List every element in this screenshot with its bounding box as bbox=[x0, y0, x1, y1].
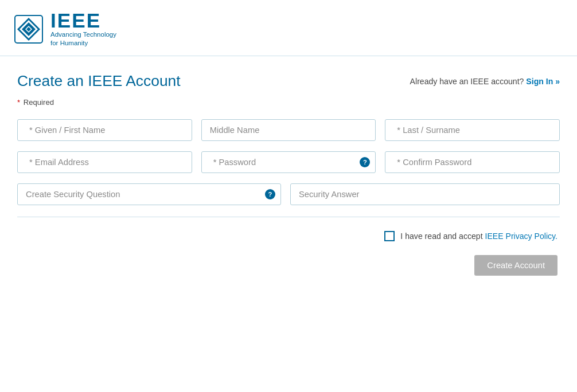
ieee-text: IEEE Advancing Technology for Humanity bbox=[50, 10, 116, 48]
page-title: Create an IEEE Account bbox=[17, 72, 181, 90]
logo-area: IEEE Advancing Technology for Humanity bbox=[14, 10, 116, 48]
first-name-field bbox=[17, 119, 192, 141]
password-help-icon[interactable]: ? bbox=[360, 157, 370, 167]
first-name-input[interactable] bbox=[17, 119, 192, 141]
security-question-help-icon[interactable]: ? bbox=[265, 189, 275, 199]
middle-name-field bbox=[201, 119, 376, 141]
security-answer-input[interactable] bbox=[290, 183, 560, 205]
signin-link[interactable]: Sign In » bbox=[526, 77, 560, 86]
security-question-field: ? bbox=[17, 183, 281, 205]
password-field: ? bbox=[201, 151, 376, 173]
ieee-logo-icon bbox=[14, 14, 44, 44]
name-row bbox=[17, 119, 560, 141]
middle-name-input[interactable] bbox=[201, 119, 376, 141]
credentials-row: ? bbox=[17, 151, 560, 173]
last-name-field bbox=[385, 119, 560, 141]
security-row: ? bbox=[17, 183, 560, 205]
privacy-checkbox[interactable] bbox=[384, 231, 395, 241]
create-account-button[interactable]: Create Account bbox=[474, 255, 557, 276]
ieee-name: IEEE bbox=[50, 10, 116, 30]
password-input[interactable] bbox=[201, 151, 376, 173]
email-field bbox=[17, 151, 192, 173]
privacy-text: I have read and accept IEEE Privacy Poli… bbox=[400, 232, 557, 241]
required-note: * Required bbox=[17, 98, 560, 107]
main-content: Create an IEEE Account Already have an I… bbox=[0, 56, 577, 293]
signin-prompt: Already have an IEEE account? Sign In » bbox=[410, 77, 560, 86]
privacy-policy-link[interactable]: IEEE Privacy Policy. bbox=[485, 232, 557, 241]
last-name-input[interactable] bbox=[385, 119, 560, 141]
required-asterisk: * bbox=[17, 98, 20, 107]
ieee-tagline: Advancing Technology for Humanity bbox=[50, 30, 116, 48]
confirm-password-field bbox=[385, 151, 560, 173]
header: IEEE Advancing Technology for Humanity bbox=[0, 0, 577, 56]
security-question-input[interactable] bbox=[17, 183, 281, 205]
form-header: Create an IEEE Account Already have an I… bbox=[17, 72, 560, 90]
divider bbox=[17, 217, 560, 217]
security-answer-field bbox=[290, 183, 560, 205]
privacy-row: I have read and accept IEEE Privacy Poli… bbox=[384, 231, 557, 241]
email-input[interactable] bbox=[17, 151, 192, 173]
confirm-password-input[interactable] bbox=[385, 151, 560, 173]
bottom-area: I have read and accept IEEE Privacy Poli… bbox=[17, 231, 560, 276]
